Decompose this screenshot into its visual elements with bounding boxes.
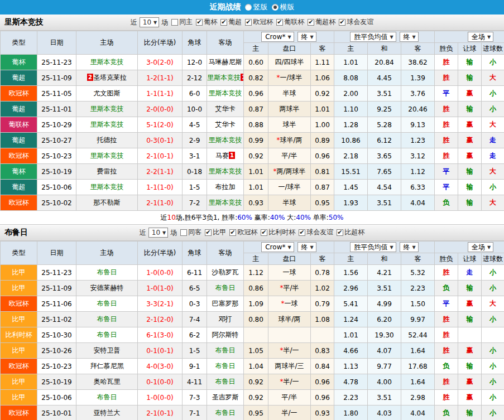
home-team-name[interactable]: 布鲁日 [97, 315, 117, 323]
home-team-name[interactable]: 里斯本竞技 [90, 152, 124, 160]
home-team-name[interactable]: 布鲁日 [97, 393, 117, 401]
checkbox-checked-icon[interactable] [196, 19, 203, 26]
home-team-name[interactable]: 安德莱赫特 [90, 284, 124, 292]
filter-checkbox-球会友谊[interactable]: 球会友谊 [339, 17, 373, 27]
away-team-name[interactable]: 圣吉罗斯 [212, 393, 239, 401]
checkbox-checked-icon[interactable] [337, 229, 343, 236]
checkbox-checked-icon[interactable] [308, 19, 314, 26]
avg-state-select[interactable]: 终▼ [400, 32, 419, 42]
filter-checkbox-球会友谊[interactable]: 球会友谊 [299, 228, 333, 237]
home-team[interactable]: 托德拉 [76, 133, 138, 148]
home-team-name[interactable]: 布鲁日 [97, 331, 117, 339]
away-team[interactable]: 里斯本竞技 [207, 164, 244, 180]
radio-unselected-icon[interactable] [245, 4, 252, 11]
away-team[interactable]: 里斯本竞技1 [207, 70, 244, 86]
away-team-name[interactable]: 邓打 [219, 315, 232, 323]
avg-odds-select[interactable]: 胜平负均值▼ [350, 242, 396, 252]
away-team-name[interactable]: 里斯本竞技 [209, 136, 242, 144]
away-team[interactable]: 艾华卡 [207, 117, 244, 133]
away-team-name[interactable]: 布拉加 [215, 183, 236, 191]
home-team[interactable]: 那不勒斯 [76, 195, 138, 211]
home-team-name[interactable]: 里斯本竞技 [90, 183, 124, 191]
filter-checkbox-比利时杯[interactable]: 比利时杯 [261, 228, 295, 237]
away-team-name[interactable]: 布鲁日 [215, 378, 236, 385]
home-team-name[interactable]: 布鲁日 [97, 268, 117, 276]
away-team-name[interactable]: 马琳赫尼斯 [209, 58, 242, 66]
match-count-select[interactable]: 10 ▼ [148, 228, 168, 238]
home-team[interactable]: 布鲁日 [76, 327, 138, 343]
avg-odds-select[interactable]: 胜平负均值▼ [350, 32, 396, 42]
home-team[interactable]: 布鲁日 [76, 296, 138, 312]
home-team[interactable]: 里斯本竞技 [76, 180, 138, 195]
home-team[interactable]: 里斯本竞技 [76, 102, 138, 117]
home-team[interactable]: 里斯本竞技 [76, 55, 138, 70]
home-team-name[interactable]: 那不勒斯 [94, 199, 121, 206]
away-team-name[interactable]: 艾华卡 [215, 120, 236, 128]
away-team[interactable]: 马赛1 [207, 148, 244, 164]
odds-state-select[interactable]: 终▼ [297, 242, 316, 252]
filter-checkbox-同主[interactable]: 同主 [171, 17, 193, 27]
home-team[interactable]: 尤文图斯 [76, 86, 138, 102]
away-team-name[interactable]: 布鲁日 [215, 346, 236, 354]
home-team[interactable]: 安特卫普 [76, 343, 138, 359]
home-team[interactable]: 费雷拉 [76, 164, 138, 180]
away-team[interactable]: 布鲁日 [207, 281, 244, 296]
away-team[interactable]: 邓打 [207, 312, 244, 327]
checkbox-unchecked-icon[interactable] [171, 19, 178, 26]
away-team-name[interactable]: 里斯本竞技 [207, 74, 241, 81]
home-team-name[interactable]: 费雷拉 [97, 167, 117, 175]
away-team-name[interactable]: 里斯本竞技 [209, 199, 242, 206]
home-team[interactable]: 布鲁日 [76, 390, 138, 405]
away-team-name[interactable]: 里斯本竞技 [209, 167, 242, 175]
away-team[interactable]: 巴塞罗那 [207, 296, 244, 312]
home-team[interactable]: 2圣塔克莱拉 [76, 70, 138, 86]
filter-checkbox-比甲[interactable]: 比甲 [205, 228, 226, 237]
filter-checkbox-比超杯[interactable]: 比超杯 [337, 228, 364, 237]
away-team[interactable]: 圣吉罗斯 [207, 390, 244, 405]
checkbox-checked-icon[interactable] [299, 229, 305, 236]
filter-checkbox-同客[interactable]: 同客 [180, 228, 201, 237]
away-team-name[interactable]: 布鲁日 [215, 409, 236, 417]
filter-checkbox-葡联杯[interactable]: 葡联杯 [276, 17, 304, 27]
away-team-name[interactable]: 布鲁日 [215, 284, 236, 292]
home-team-name[interactable]: 亚特兰大 [94, 409, 121, 417]
scope-select[interactable]: 全场▼ [468, 242, 493, 252]
home-team-name[interactable]: 托德拉 [97, 136, 117, 144]
away-team-name[interactable]: 巴塞罗那 [212, 300, 239, 307]
radio-selected-icon[interactable] [272, 4, 279, 11]
match-count-select[interactable]: 10 ▼ [140, 17, 159, 27]
away-team[interactable]: 马琳赫尼斯 [207, 55, 244, 70]
filter-checkbox-欧冠杯[interactable]: 欧冠杯 [229, 228, 257, 237]
away-team[interactable]: 阿尔斯特 [207, 327, 244, 343]
away-team-name[interactable]: 阿尔斯特 [212, 331, 239, 339]
home-team[interactable]: 布鲁日 [76, 265, 138, 281]
away-team-name[interactable]: 艾华卡 [215, 105, 236, 113]
home-team-name[interactable]: 拜仁慕尼黑 [90, 362, 124, 370]
away-team-name[interactable]: 马赛 [215, 152, 229, 160]
away-team-name[interactable]: 里斯本竞技 [209, 89, 242, 97]
odds-source-select[interactable]: Crow*▼ [261, 242, 294, 252]
checkbox-checked-icon[interactable] [339, 19, 345, 26]
home-team-name[interactable]: 尤文图斯 [94, 89, 121, 97]
home-team[interactable]: 安德莱赫特 [76, 281, 138, 296]
home-team-name[interactable]: 里斯本竞技 [90, 120, 124, 128]
checkbox-unchecked-icon[interactable] [180, 229, 187, 236]
home-team-name[interactable]: 安特卫普 [94, 346, 121, 354]
away-team[interactable]: 布鲁日 [207, 359, 244, 374]
away-team-name[interactable]: 沙勒罗瓦 [212, 268, 239, 276]
home-team-name[interactable]: 布鲁日 [97, 300, 117, 307]
away-team[interactable]: 里斯本竞技 [207, 195, 244, 211]
filter-checkbox-葡超杯[interactable]: 葡超杯 [308, 17, 335, 27]
home-team[interactable]: 拜仁慕尼黑 [76, 359, 138, 374]
away-team[interactable]: 布鲁日 [207, 343, 244, 359]
checkbox-checked-icon[interactable] [205, 229, 212, 236]
home-team[interactable]: 里斯本竞技 [76, 117, 138, 133]
away-team[interactable]: 里斯本竞技 [207, 133, 244, 148]
avg-state-select[interactable]: 终▼ [400, 242, 419, 252]
away-team-name[interactable]: 布鲁日 [215, 362, 236, 370]
away-team[interactable]: 里斯本竞技 [207, 86, 244, 102]
filter-checkbox-葡超[interactable]: 葡超 [220, 17, 242, 27]
layout-option-vertical[interactable]: 竖版 [245, 2, 268, 12]
away-team[interactable]: 沙勒罗瓦 [207, 265, 244, 281]
checkbox-checked-icon[interactable] [261, 229, 267, 236]
